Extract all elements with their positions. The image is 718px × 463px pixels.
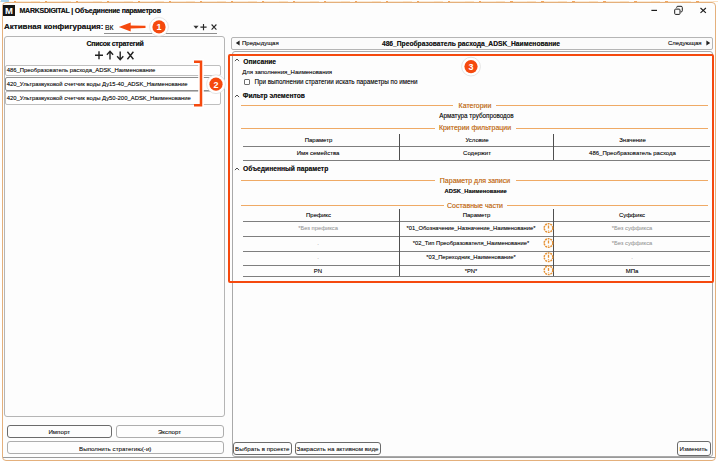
svg-text:1: 1 xyxy=(156,22,161,32)
svg-text:2: 2 xyxy=(213,80,218,90)
svg-text:3: 3 xyxy=(468,62,473,72)
